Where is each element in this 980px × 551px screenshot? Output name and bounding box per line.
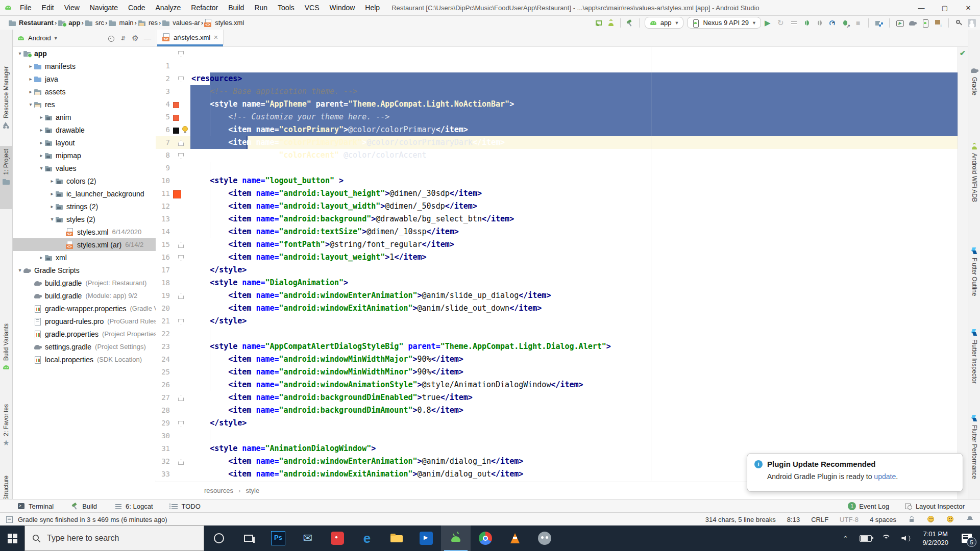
tool-window-build[interactable]: Build (71, 502, 97, 510)
fold-marker-icon[interactable] (178, 319, 184, 324)
tree-item-layout[interactable]: ▸ layout (13, 136, 156, 149)
tool-window-terminal[interactable]: Terminal (17, 502, 54, 510)
code-line[interactable]: 5 <item name="colorPrimary">@color/color… (156, 98, 958, 111)
feedback-sad-icon[interactable] (946, 515, 954, 523)
code-line[interactable]: 12 <item name="android:background">@draw… (156, 187, 958, 200)
maximize-button[interactable]: ▢ (933, 0, 957, 15)
indent-info[interactable]: 4 spaces (870, 516, 896, 523)
tree-item-java[interactable]: ▸ java (13, 72, 156, 85)
breadcrumb-resources[interactable]: resources (204, 487, 233, 494)
sdk-manager-icon[interactable] (934, 19, 942, 27)
code-line[interactable]: 30 <style name="AnimationDialogWindow"> (156, 417, 958, 430)
menu-tools[interactable]: Tools (273, 2, 299, 13)
tree-item-anim[interactable]: ▸ anim (13, 111, 156, 123)
tree-item-gradle-properties[interactable]: gradle.properties(Project Properties) (13, 328, 156, 340)
tool-stripe-flutter-inspector[interactable]: Flutter Inspector (968, 325, 980, 405)
menu-refactor[interactable]: Refactor (186, 2, 223, 13)
update-link[interactable]: update (874, 472, 896, 481)
fold-marker-icon[interactable] (178, 140, 184, 146)
fold-marker-icon[interactable] (178, 255, 184, 261)
tree-item-ic-launcher-background[interactable]: ▸ ic_launcher_background (13, 187, 156, 200)
fold-marker-icon[interactable] (178, 459, 184, 465)
fold-marker-icon[interactable] (178, 421, 184, 427)
tool-stripe-android-wifi-adb[interactable]: Android WiFi ADB (968, 139, 980, 229)
menu-build[interactable]: Build (224, 2, 249, 13)
code-line[interactable]: 27 <item name="android:backgroundDimAmou… (156, 379, 958, 391)
code-line[interactable]: 29 (156, 404, 958, 417)
color-swatch[interactable] (173, 115, 179, 121)
code-line[interactable]: 14 <item name="fontPath">@string/font_re… (156, 213, 958, 226)
fold-marker-icon[interactable] (178, 77, 184, 82)
tree-chevron-icon[interactable]: ▾ (17, 267, 23, 273)
emulator-icon[interactable] (896, 19, 904, 27)
search-everywhere-icon[interactable] (955, 19, 963, 27)
taskbar-movies-app-icon[interactable] (411, 525, 441, 551)
feedback-happy-icon[interactable] (927, 515, 935, 523)
tree-item-settings-gradle[interactable]: settings.gradle(Project Settings) (13, 340, 156, 353)
taskbar-edge-icon[interactable] (352, 525, 382, 551)
tree-item-gradle-scripts[interactable]: ▾ Gradle Scripts (13, 264, 156, 277)
tree-item-build-gradle[interactable]: build.gradle(Project: Restaurant) (13, 277, 156, 289)
code-line[interactable]: 15 <item name="android:layout_weight">1<… (156, 226, 958, 238)
menu-vcs[interactable]: VCS (300, 2, 324, 13)
start-button[interactable] (0, 525, 24, 551)
tree-chevron-icon[interactable]: ▸ (38, 114, 44, 120)
menu-help[interactable]: Help (360, 2, 384, 13)
caret-position[interactable]: 8:13 (787, 516, 800, 523)
fold-marker-icon[interactable] (178, 242, 184, 248)
taskbar-android-studio-icon[interactable] (441, 525, 471, 551)
tree-item-styles-2[interactable]: ▾ styles (2) (13, 213, 156, 226)
tree-chevron-icon[interactable]: ▸ (38, 153, 44, 158)
taskbar-chrome-icon[interactable] (471, 525, 500, 551)
tool-stripe-build-variants[interactable]: Build Variants (0, 320, 12, 395)
tree-item-styles-xml[interactable]: styles.xml6/14/2020 (13, 226, 156, 238)
color-swatch[interactable] (173, 190, 181, 198)
layout-inspector-button[interactable]: Layout Inspector (904, 502, 965, 510)
code-line[interactable]: 21 (156, 302, 958, 315)
tree-item-local-properties[interactable]: local.properties(SDK Location) (13, 353, 156, 366)
close-button[interactable]: ✕ (957, 0, 980, 15)
tree-chevron-icon[interactable]: ▸ (38, 140, 44, 145)
taskbar-store-app-icon[interactable] (323, 525, 352, 551)
tree-item-colors-2[interactable]: ▸ colors (2) (13, 174, 156, 187)
taskbar-mail-icon[interactable] (293, 525, 323, 551)
close-tab-icon[interactable]: ✕ (213, 34, 218, 41)
tree-item-strings-2[interactable]: ▸ strings (2) (13, 200, 156, 213)
code-line[interactable]: 26 <item name="android:backgroundDimEnab… (156, 366, 958, 379)
locate-file-icon[interactable] (107, 34, 115, 42)
tree-chevron-icon[interactable]: ▸ (49, 178, 55, 184)
color-swatch[interactable] (173, 128, 179, 134)
tree-chevron-icon[interactable]: ▸ (49, 191, 55, 196)
tool-stripe-flutter-outline[interactable]: Flutter Outline (968, 244, 980, 318)
intention-bulb-icon[interactable] (181, 126, 189, 134)
breadcrumb-res[interactable]: res (137, 19, 159, 27)
readonly-lock-icon[interactable] (908, 515, 916, 523)
task-view-button[interactable] (234, 525, 263, 551)
tool-stripe-1-project[interactable]: 1: Project (0, 146, 12, 209)
run-icon[interactable] (765, 19, 773, 27)
code-line[interactable]: 31 <item name="android:windowEnterAnimat… (156, 430, 958, 442)
minimize-button[interactable]: — (910, 0, 933, 15)
code-line[interactable]: 4 <!-- Customize your theme here. --> (156, 85, 958, 98)
tool-stripe-2-favorites[interactable]: 2: Favorites (0, 401, 12, 469)
cortana-button[interactable] (204, 525, 234, 551)
breadcrumb-restaurant[interactable]: Restaurant (7, 19, 55, 27)
menu-file[interactable]: File (15, 2, 36, 13)
code-line[interactable]: 17 <style name="DialogAnimation"> (156, 251, 958, 264)
code-line[interactable]: 19 <item name="android:windowExitAnimati… (156, 277, 958, 289)
tool-window-6-logcat[interactable]: 6: Logcat (114, 502, 153, 510)
code-line[interactable]: 18 <item name="android:windowEnterAnimat… (156, 264, 958, 277)
tree-chevron-icon[interactable]: ▾ (17, 51, 23, 56)
tree-item-styles-xml-ar[interactable]: styles.xml (ar)6/14/2 (13, 238, 156, 251)
background-tasks-icon[interactable] (5, 515, 13, 523)
tree-item-res[interactable]: ▾ res (13, 98, 156, 111)
code-line[interactable]: 6 <item name="colorPrimaryDark">@color/c… (156, 111, 958, 123)
tree-item-xml[interactable]: ▸ xml (13, 251, 156, 264)
tree-item-manifests[interactable]: ▸ manifests (13, 60, 156, 72)
tree-item-build-gradle[interactable]: build.gradle(Module: app) 9/2 (13, 289, 156, 302)
code-line[interactable]: 11 <item name="android:layout_width">@di… (156, 174, 958, 187)
taskbar-vlc-icon[interactable] (500, 525, 530, 551)
speaker-icon[interactable] (898, 525, 915, 551)
tree-item-values[interactable]: ▾ values (13, 162, 156, 174)
taskbar-clock[interactable]: 7:01 PM 9/2/2020 (918, 530, 952, 547)
